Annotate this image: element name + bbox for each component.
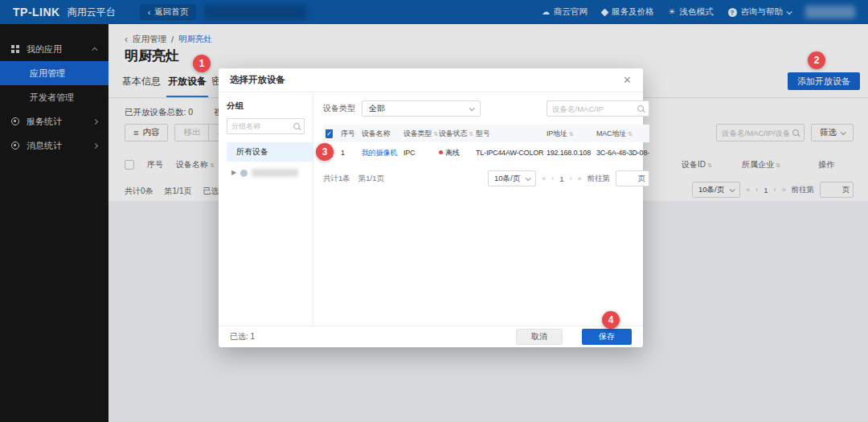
modal-pagination-row: 共计1条 第1/1页 10条/页 « ‹ 1 › » 前往第 bbox=[323, 170, 649, 186]
column-ip[interactable]: IP地址⇅ bbox=[547, 129, 596, 139]
chevron-down-icon bbox=[526, 175, 531, 181]
goto-page-label: 前往第 bbox=[588, 174, 611, 184]
modal-title: 选择开放设备 bbox=[230, 74, 285, 86]
group-panel: 分组 所有设备 ▶ bbox=[219, 92, 313, 326]
modal-footer: 已选: 1 取消 保存 bbox=[219, 326, 643, 347]
close-icon[interactable]: ✕ bbox=[623, 75, 632, 85]
column-mac-label: MAC地址 bbox=[596, 129, 626, 137]
row-index: 1 bbox=[341, 149, 362, 157]
sort-icon: ⇅ bbox=[628, 131, 633, 137]
modal-footer-buttons: 取消 保存 bbox=[516, 329, 632, 345]
pagination-next-icon[interactable]: › bbox=[570, 174, 572, 182]
column-status-label: 设备状态 bbox=[439, 129, 467, 137]
group-search-box bbox=[227, 118, 305, 134]
sort-icon: ⇅ bbox=[569, 131, 574, 137]
page-size-label: 10条/页 bbox=[494, 174, 520, 184]
device-ip: 192.168.0.108 bbox=[547, 149, 596, 157]
device-list-panel: 设备类型 全部 ✓ 序号 设备名称 设备类型⇅ bbox=[313, 92, 659, 326]
offline-status-icon bbox=[439, 150, 443, 154]
pagination-current-page[interactable]: 1 bbox=[559, 174, 563, 183]
modal-table-header: ✓ 序号 设备名称 设备类型⇅ 设备状态⇅ 型号 IP地址⇅ MAC地址⇅ bbox=[323, 125, 649, 142]
select-open-device-modal: 选择开放设备 ✕ 分组 所有设备 ▶ 设备类 bbox=[219, 68, 643, 347]
group-heading: 分组 bbox=[227, 100, 313, 112]
device-type-select[interactable]: 全部 bbox=[362, 100, 481, 117]
column-name: 设备名称 bbox=[362, 129, 403, 139]
summary-total: 共计1条 bbox=[323, 174, 350, 184]
device-status-label: 离线 bbox=[445, 149, 460, 157]
modal-header: 选择开放设备 ✕ bbox=[219, 68, 643, 92]
tree-expand-icon[interactable]: ▶ bbox=[231, 170, 236, 176]
pagination-last-icon[interactable]: » bbox=[578, 174, 582, 182]
annotation-step-3: 3 bbox=[316, 143, 334, 161]
cancel-button[interactable]: 取消 bbox=[516, 329, 563, 345]
column-mac[interactable]: MAC地址⇅ bbox=[596, 129, 649, 139]
modal-device-table: ✓ 序号 设备名称 设备类型⇅ 设备状态⇅ 型号 IP地址⇅ MAC地址⇅ ✓ … bbox=[323, 125, 649, 163]
screen: TP-LINK 商用云平台 ‹ 返回首页 ☁ 商云官网 服务及价格 ☀ 浅色模式… bbox=[0, 0, 868, 422]
sort-icon: ⇅ bbox=[469, 131, 473, 137]
goto-page-unit: 页 bbox=[638, 174, 646, 184]
modal-body: 分组 所有设备 ▶ 设备类型 全部 bbox=[219, 92, 643, 326]
goto-page-input[interactable] bbox=[620, 174, 638, 183]
device-type: IPC bbox=[403, 149, 439, 157]
device-model: TL-IPC44AW-COLOR bbox=[476, 149, 547, 157]
sort-icon: ⇅ bbox=[433, 131, 438, 137]
device-name-link[interactable]: 我的摄像机 bbox=[362, 148, 403, 158]
select-all-checkbox[interactable]: ✓ bbox=[326, 129, 333, 138]
modal-table-summary: 共计1条 第1/1页 bbox=[323, 174, 384, 184]
modal-search-box bbox=[547, 100, 649, 117]
column-ip-label: IP地址 bbox=[547, 129, 567, 137]
summary-page: 第1/1页 bbox=[358, 174, 384, 184]
column-type-label: 设备类型 bbox=[403, 129, 432, 137]
redacted-group-name bbox=[252, 169, 298, 177]
pagination: 10条/页 « ‹ 1 › » 前往第 页 bbox=[488, 170, 649, 186]
device-mac: 3C-6A-48-3D-08- bbox=[596, 149, 649, 157]
column-type[interactable]: 设备类型⇅ bbox=[403, 129, 439, 139]
table-row[interactable]: ✓ 1 我的摄像机 IPC 离线 TL-IPC44AW-COLOR 192.16… bbox=[323, 142, 649, 163]
pagination-prev-icon[interactable]: ‹ bbox=[551, 174, 554, 182]
pagination-first-icon[interactable]: « bbox=[542, 174, 546, 182]
modal-search-input[interactable] bbox=[552, 104, 634, 113]
annotation-step-1: 1 bbox=[193, 55, 211, 72]
group-icon bbox=[240, 170, 248, 177]
annotation-step-4: 4 bbox=[602, 311, 620, 329]
column-index: 序号 bbox=[341, 129, 362, 139]
page-size-select[interactable]: 10条/页 bbox=[488, 170, 536, 186]
save-button[interactable]: 保存 bbox=[582, 329, 632, 345]
column-status[interactable]: 设备状态⇅ bbox=[439, 129, 476, 139]
goto-page-box: 页 bbox=[616, 170, 649, 186]
search-icon[interactable] bbox=[637, 105, 644, 112]
group-item-all-devices[interactable]: 所有设备 bbox=[227, 142, 313, 162]
selected-count: 已选: 1 bbox=[230, 331, 255, 342]
device-status: 离线 bbox=[439, 148, 476, 158]
device-filter-row: 设备类型 全部 bbox=[323, 100, 649, 117]
annotation-step-2: 2 bbox=[808, 51, 825, 69]
search-icon[interactable] bbox=[293, 123, 300, 129]
column-model: 型号 bbox=[476, 129, 547, 139]
chevron-down-icon bbox=[469, 105, 475, 111]
device-type-label: 设备类型 bbox=[323, 103, 355, 114]
group-tree-item[interactable]: ▶ bbox=[227, 162, 313, 177]
group-search-input[interactable] bbox=[231, 122, 290, 130]
device-type-value: 全部 bbox=[369, 103, 385, 114]
